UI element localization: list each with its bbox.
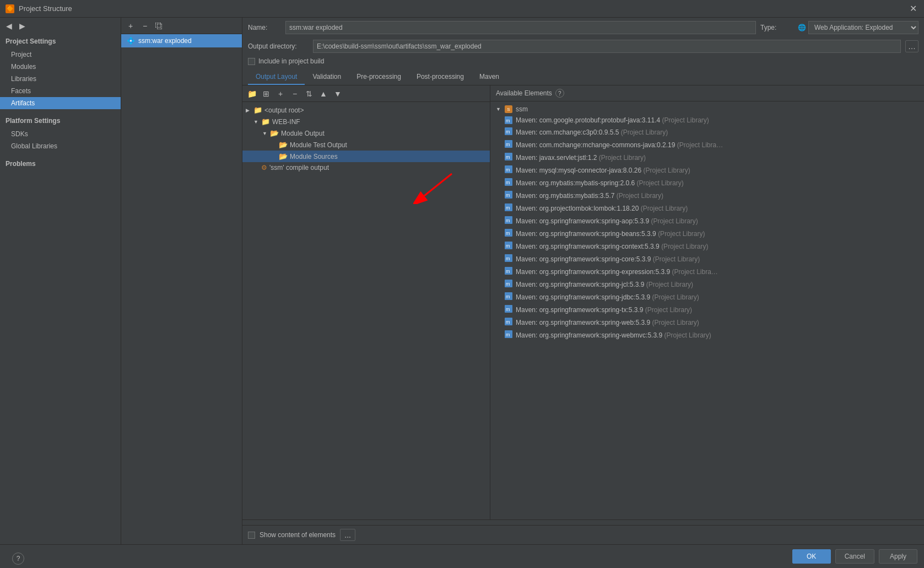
- element-item-protobuf[interactable]: m Maven: com.google.protobuf:protobuf-ja…: [490, 115, 924, 126]
- close-button[interactable]: ✕: [907, 3, 918, 14]
- element-item-spring-expression[interactable]: m Maven: org.springframework:spring-expr…: [490, 265, 924, 278]
- type-select[interactable]: Web Application: Exploded: [808, 21, 918, 34]
- element-item-lombok[interactable]: m Maven: org.projectlombok:lombok:1.18.2…: [490, 202, 924, 215]
- element-item-spring-webmvc[interactable]: m Maven: org.springframework:spring-webm…: [490, 329, 924, 341]
- element-item-spring-core[interactable]: m Maven: org.springframework:spring-core…: [490, 253, 924, 265]
- tab-output-layout[interactable]: Output Layout: [248, 69, 305, 85]
- element-text: Maven: org.projectlombok:lombok:1.18.20 …: [516, 205, 688, 212]
- problems-header: Problems: [0, 157, 121, 171]
- scrollbar-area: [242, 519, 924, 525]
- svg-text:m: m: [506, 167, 510, 173]
- svg-text:m: m: [506, 332, 510, 337]
- element-text: Maven: com.google.protobuf:protobuf-java…: [516, 116, 709, 124]
- maven-icon: m: [505, 330, 512, 340]
- artifact-item-ssm[interactable]: 💠 ssm:war exploded: [121, 34, 242, 47]
- element-item-spring-beans[interactable]: m Maven: org.springframework:spring-bean…: [490, 227, 924, 240]
- module-folder-icon: 📂: [279, 141, 288, 149]
- include-project-build-checkbox[interactable]: [248, 58, 255, 65]
- elements-tree-root[interactable]: ▼ S ssm: [490, 104, 924, 115]
- main-content: ◀ ▶ Project Settings Project Modules Lib…: [0, 18, 924, 544]
- element-item-spring-tx[interactable]: m Maven: org.springframework:spring-tx:5…: [490, 303, 924, 316]
- tree-item-label: Module Output: [281, 130, 325, 137]
- tab-post-processing[interactable]: Post-processing: [409, 69, 472, 85]
- element-item-spring-web[interactable]: m Maven: org.springframework:spring-web:…: [490, 316, 924, 329]
- bottom-bar: Show content of elements ...: [242, 525, 924, 544]
- tree-sort-btn[interactable]: ⇅: [303, 88, 315, 100]
- help-icon-bottom[interactable]: ?: [12, 553, 24, 565]
- tab-maven[interactable]: Maven: [472, 69, 507, 85]
- tree-item-module-test-output[interactable]: 📂 Module Test Output: [242, 139, 490, 151]
- ssm-compile-icon: ⚙: [261, 164, 267, 172]
- svg-text:m: m: [506, 142, 510, 147]
- sidebar-item-libraries[interactable]: Libraries: [0, 73, 121, 85]
- tree-item-output-root[interactable]: ▶ 📁 <output root>: [242, 104, 490, 116]
- element-item-spring-jcl[interactable]: m Maven: org.springframework:spring-jcl:…: [490, 278, 924, 291]
- element-text: Maven: org.mybatis:mybatis-spring:2.0.6 …: [516, 179, 684, 187]
- title-bar: 🔶 Project Structure ✕: [0, 0, 924, 18]
- sidebar-item-global-libraries[interactable]: Global Libraries: [0, 140, 121, 152]
- output-dir-input[interactable]: [313, 40, 901, 53]
- right-panel: Name: Type: 🌐 Web Application: Exploded …: [242, 18, 924, 544]
- maven-icon: m: [505, 203, 512, 213]
- element-text: Maven: org.springframework:spring-webmvc…: [516, 331, 711, 339]
- artifact-label: ssm:war exploded: [138, 37, 192, 45]
- browse-output-dir-button[interactable]: …: [905, 40, 918, 52]
- element-item-c3p0[interactable]: m Maven: com.mchange:c3p0:0.9.5.5 (Proje…: [490, 126, 924, 138]
- module-folder-icon: 📂: [270, 129, 279, 137]
- cancel-button[interactable]: Cancel: [835, 549, 874, 564]
- type-icon: 🌐: [798, 24, 806, 31]
- tree-item-module-sources[interactable]: 📂 Module Sources: [242, 151, 490, 162]
- element-item-jstl[interactable]: m Maven: javax.servlet:jstl:1.2 (Project…: [490, 151, 924, 164]
- tree-item-module-output[interactable]: ▼ 📂 Module Output: [242, 127, 490, 139]
- tree-layout-btn[interactable]: ⊞: [260, 88, 272, 100]
- element-item-mybatis-spring[interactable]: m Maven: org.mybatis:mybatis-spring:2.0.…: [490, 176, 924, 189]
- tab-validation[interactable]: Validation: [305, 69, 349, 85]
- available-elements-title: Available Elements: [496, 89, 552, 97]
- forward-button[interactable]: ▶: [17, 20, 28, 31]
- name-input[interactable]: [285, 21, 756, 34]
- element-item-spring-aop[interactable]: m Maven: org.springframework:spring-aop:…: [490, 215, 924, 227]
- available-elements-help[interactable]: ?: [555, 89, 564, 98]
- tree-item-webinf[interactable]: ▼ 📁 WEB-INF: [242, 116, 490, 127]
- element-item-mybatis[interactable]: m Maven: org.mybatis:mybatis:3.5.7 (Proj…: [490, 189, 924, 202]
- copy-artifact-button[interactable]: ⿻: [153, 20, 165, 32]
- tree-folder-btn[interactable]: 📁: [246, 88, 258, 100]
- sidebar-item-project[interactable]: Project: [0, 49, 121, 61]
- tree-remove-btn[interactable]: −: [289, 88, 301, 100]
- element-item-mysql[interactable]: m Maven: mysql:mysql-connector-java:8.0.…: [490, 164, 924, 176]
- element-text: Maven: mysql:mysql-connector-java:8.0.26…: [516, 167, 690, 174]
- svg-text:m: m: [506, 154, 510, 160]
- element-item-spring-jdbc[interactable]: m Maven: org.springframework:spring-jdbc…: [490, 291, 924, 303]
- sidebar-item-sdks[interactable]: SDKs: [0, 128, 121, 140]
- back-button[interactable]: ◀: [3, 20, 14, 31]
- tree-add-btn[interactable]: +: [274, 88, 287, 100]
- show-content-settings-button[interactable]: ...: [340, 529, 355, 541]
- tab-pre-processing[interactable]: Pre-processing: [349, 69, 409, 85]
- ok-button[interactable]: OK: [792, 549, 831, 564]
- right-elements: Available Elements ? ▼ S ssm: [490, 85, 924, 519]
- sidebar-item-artifacts[interactable]: Artifacts: [0, 97, 121, 109]
- add-artifact-button[interactable]: +: [125, 20, 137, 32]
- show-content-checkbox[interactable]: [248, 532, 255, 539]
- element-text: Maven: org.mybatis:mybatis:3.5.7 (Projec…: [516, 192, 663, 200]
- remove-artifact-button[interactable]: −: [139, 20, 151, 32]
- module-sources-icon: 📂: [279, 152, 288, 160]
- svg-text:m: m: [506, 319, 510, 325]
- element-text: Maven: org.springframework:spring-jcl:5.…: [516, 281, 693, 288]
- svg-text:m: m: [506, 129, 510, 135]
- element-item-spring-context[interactable]: m Maven: org.springframework:spring-cont…: [490, 240, 924, 253]
- sidebar-item-facets[interactable]: Facets: [0, 85, 121, 97]
- name-row: Name: Type: 🌐 Web Application: Exploded: [242, 18, 924, 37]
- maven-icon: m: [505, 216, 512, 226]
- element-text: Maven: com.mchange:mchange-commons-java:…: [516, 141, 723, 149]
- element-item-mchange-commons[interactable]: m Maven: com.mchange:mchange-commons-jav…: [490, 138, 924, 151]
- sidebar-item-modules[interactable]: Modules: [0, 61, 121, 73]
- tree-up-btn[interactable]: ▲: [317, 88, 329, 100]
- tree-down-btn[interactable]: ▼: [332, 88, 344, 100]
- maven-icon: m: [505, 318, 512, 327]
- svg-text:m: m: [506, 192, 510, 198]
- apply-button[interactable]: Apply: [879, 549, 917, 564]
- tree-item-label: 'ssm' compile output: [269, 164, 329, 172]
- tree-item-ssm-compile[interactable]: ⚙ 'ssm' compile output: [242, 162, 490, 173]
- tab-bar: Output Layout Validation Pre-processing …: [242, 69, 924, 85]
